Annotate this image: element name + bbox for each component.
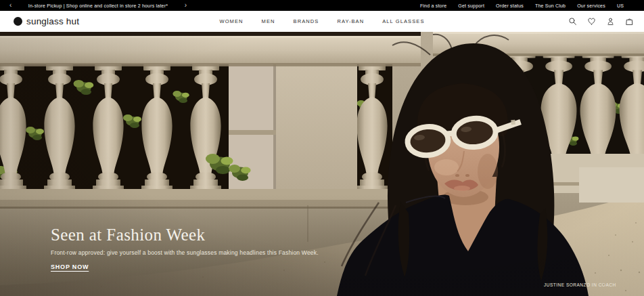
promo-next-button[interactable]: ›: [183, 2, 188, 9]
shop-now-link[interactable]: SHOP NOW: [51, 263, 89, 270]
promo-link-order-status[interactable]: Order status: [496, 3, 524, 8]
nav-item-ray-ban[interactable]: RAY-BAN: [337, 18, 364, 24]
model-credit: JUSTINE SORANZO IN COACH: [544, 282, 616, 287]
shopping-bag-icon[interactable]: [624, 17, 634, 26]
promo-link-find-a-store[interactable]: Find a store: [420, 3, 446, 8]
nav-icon-group: [568, 17, 634, 26]
promo-link-our-services[interactable]: Our services: [577, 3, 605, 8]
hero-copy: Seen at Fashion Week Front-row approved:…: [51, 226, 319, 272]
hero-subtitle: Front-row approved: give yourself a boos…: [51, 249, 319, 256]
promo-carousel: ‹ In-store Pickup | Shop online and coll…: [0, 2, 188, 9]
promo-message: In-store Pickup | Shop online and collec…: [28, 3, 168, 8]
promo-link-country-us[interactable]: US: [617, 3, 624, 8]
hero-banner: Seen at Fashion Week Front-row approved:…: [0, 32, 644, 296]
nav-item-men[interactable]: MEN: [262, 18, 275, 24]
hero-title: Seen at Fashion Week: [51, 226, 319, 244]
promo-link-get-support[interactable]: Get support: [458, 3, 484, 8]
promo-bar: ‹ In-store Pickup | Shop online and coll…: [0, 0, 644, 11]
main-navbar: sunglass hut WOMEN MEN BRANDS RAY-BAN AL…: [0, 11, 644, 32]
account-icon[interactable]: [605, 17, 615, 26]
nav-item-all-glasses[interactable]: ALL GLASSES: [382, 18, 424, 24]
sunglass-hut-logo[interactable]: sunglass hut: [14, 16, 79, 26]
nav-item-women[interactable]: WOMEN: [220, 18, 244, 24]
promo-prev-button[interactable]: ‹: [8, 2, 13, 9]
sun-logo-icon: [14, 17, 22, 26]
primary-nav: WOMEN MEN BRANDS RAY-BAN ALL GLASSES: [220, 18, 425, 24]
search-icon[interactable]: [568, 17, 577, 26]
utility-links: Find a store Get support Order status Th…: [420, 3, 644, 8]
nav-item-brands[interactable]: BRANDS: [294, 18, 319, 24]
wishlist-heart-icon[interactable]: [586, 17, 596, 26]
promo-link-the-sun-club[interactable]: The Sun Club: [535, 3, 566, 8]
logo-text: sunglass hut: [26, 16, 79, 26]
